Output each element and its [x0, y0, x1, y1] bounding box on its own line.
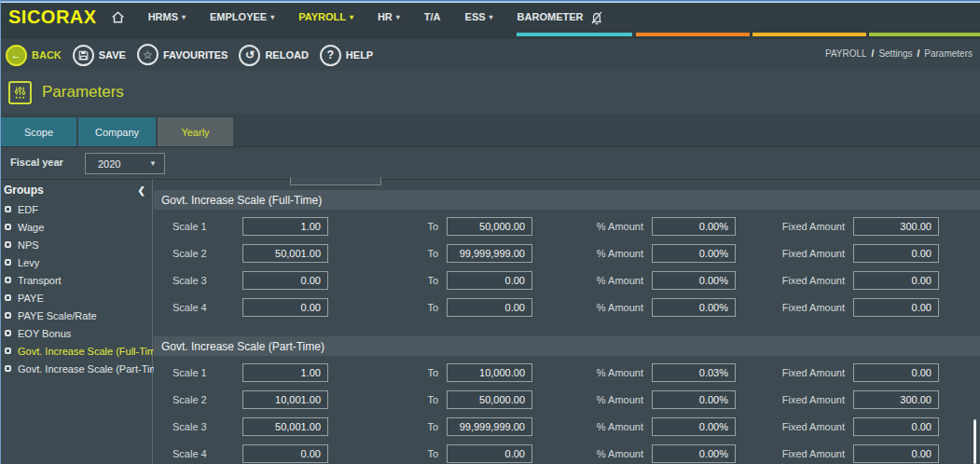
status-bar-strip: [1, 31, 980, 39]
group-item-levy[interactable]: Levy: [1, 253, 152, 271]
group-item-label: Transport: [18, 275, 62, 286]
part-time-rows: Scale 1 To % Amount Fixed Amount Scale 2…: [154, 359, 980, 464]
group-item-paye[interactable]: PAYE: [1, 289, 152, 307]
scale-from-input[interactable]: [242, 417, 328, 436]
percent-amount-label: % Amount: [532, 421, 652, 432]
group-item-eoy-bonus[interactable]: EOY Bonus: [1, 324, 152, 342]
fiscal-year-value: 2020: [98, 158, 149, 170]
fixed-amount-input[interactable]: [853, 244, 939, 263]
scale-to-input[interactable]: [447, 390, 532, 409]
nav-item-ess[interactable]: ESS ▾: [453, 3, 505, 31]
group-item-paye-scale-rate[interactable]: PAYE Scale/Rate: [1, 307, 152, 324]
scale-from-input[interactable]: [242, 271, 328, 290]
scale-from-input[interactable]: [242, 444, 328, 463]
scale-to-input[interactable]: [447, 217, 532, 236]
fixed-amount-input[interactable]: [853, 298, 939, 317]
group-item-nps[interactable]: NPS: [1, 236, 152, 253]
breadcrumb-payroll[interactable]: PAYROLL: [825, 48, 867, 59]
scale-from-input[interactable]: [242, 390, 328, 409]
fixed-amount-label: Fixed Amount: [736, 421, 853, 432]
collapse-chevron-icon[interactable]: ❮: [138, 185, 145, 196]
fixed-amount-input[interactable]: [853, 271, 939, 290]
select-arrow-icon: ▼: [149, 159, 157, 168]
fixed-amount-label: Fixed Amount: [736, 367, 853, 378]
percent-amount-input[interactable]: [652, 298, 736, 317]
scale-label: Scale 2: [173, 394, 242, 405]
tab-scope[interactable]: Scope: [1, 117, 76, 146]
notifications-muted-bell-icon[interactable]: [588, 9, 605, 26]
breadcrumb-settings[interactable]: Settings: [878, 48, 912, 59]
chevron-down-icon: ▾: [396, 13, 400, 21]
group-item-label: PAYE Scale/Rate: [18, 310, 97, 321]
fiscal-year-select[interactable]: 2020 ▼: [85, 153, 165, 174]
nav-item-hr[interactable]: HR ▾: [366, 3, 412, 31]
group-item-govt-increase-scale-full-time[interactable]: Govt. Increase Scale (Full-Time): [1, 342, 152, 360]
scale-from-input[interactable]: [242, 363, 328, 382]
percent-amount-input[interactable]: [652, 417, 736, 436]
square-icon: [5, 348, 11, 354]
nav-item-label: BAROMETER: [518, 11, 584, 22]
group-item-label: Wage: [18, 222, 44, 233]
group-item-label: EDF: [18, 204, 38, 215]
scale-to-input[interactable]: [447, 444, 532, 463]
group-item-edf[interactable]: EDF: [1, 200, 152, 218]
nav-item-payroll[interactable]: PAYROLL ▾: [286, 3, 366, 31]
fixed-amount-input[interactable]: [853, 390, 939, 409]
action-toolbar: ← BACK SAVE ☆ FAVOURITES ↺ RELOAD ? HELP: [1, 39, 980, 71]
group-item-transport[interactable]: Transport: [1, 271, 152, 289]
page-title-bar: Parameters: [1, 71, 980, 114]
scale-to-input[interactable]: [447, 363, 532, 382]
vertical-scrollbar[interactable]: [973, 419, 976, 464]
group-item-wage[interactable]: Wage: [1, 218, 152, 236]
chevron-down-icon: ▾: [182, 13, 186, 21]
scale-label: Scale 1: [173, 221, 242, 232]
nav-item-ta[interactable]: T/A: [412, 3, 453, 31]
scale-from-input[interactable]: [242, 244, 328, 263]
tab-company[interactable]: Company: [78, 117, 156, 146]
scale-to-input[interactable]: [447, 298, 532, 317]
nav-item-label: ESS: [465, 11, 486, 22]
percent-amount-input[interactable]: [652, 217, 736, 236]
fixed-amount-input[interactable]: [853, 417, 939, 436]
back-button[interactable]: ← BACK: [6, 45, 62, 66]
percent-amount-input[interactable]: [652, 271, 736, 290]
tab-yearly[interactable]: Yearly: [158, 117, 233, 146]
group-item-label: Govt. Increase Scale (Part-Time): [18, 363, 167, 375]
favourites-button[interactable]: ☆ FAVOURITES: [137, 45, 228, 65]
percent-amount-label: % Amount: [532, 394, 652, 405]
group-item-govt-increase-scale-part-time[interactable]: Govt. Increase Scale (Part-Time): [1, 360, 152, 377]
scale-from-input[interactable]: [242, 298, 328, 317]
back-label: BACK: [32, 49, 62, 61]
square-icon: [5, 206, 11, 212]
percent-amount-input[interactable]: [652, 444, 736, 463]
scale-label: Scale 1: [173, 367, 242, 378]
scale-label: Scale 2: [173, 248, 242, 259]
full-time-rows: Scale 1 To % Amount Fixed Amount Scale 2…: [154, 212, 980, 321]
reload-icon: ↺: [239, 45, 260, 66]
fixed-amount-input[interactable]: [853, 217, 939, 236]
nav-item-hrms[interactable]: HRMS ▾: [136, 3, 198, 31]
star-icon: ☆: [137, 44, 159, 65]
nav-item-barometer[interactable]: BAROMETER: [505, 3, 596, 31]
breadcrumb-separator: /: [918, 48, 920, 59]
scale-from-input[interactable]: [242, 217, 328, 236]
scale-label: Scale 3: [173, 275, 242, 286]
percent-amount-input[interactable]: [652, 390, 736, 409]
scale-to-input[interactable]: [447, 417, 532, 436]
percent-amount-input[interactable]: [652, 244, 736, 263]
nav-item-employee[interactable]: EMPLOYEE ▾: [198, 3, 286, 31]
scale-to-input[interactable]: [447, 244, 532, 263]
home-icon[interactable]: [110, 8, 127, 25]
save-button[interactable]: SAVE: [73, 45, 126, 66]
scale-to-input[interactable]: [447, 271, 532, 290]
reload-button[interactable]: ↺ RELOAD: [239, 45, 308, 66]
fixed-amount-input[interactable]: [853, 444, 939, 463]
to-label: To: [328, 221, 447, 232]
percent-amount-input[interactable]: [652, 363, 736, 382]
fixed-amount-input[interactable]: [853, 363, 939, 382]
square-icon: [5, 294, 11, 301]
scale-row: Scale 1 To % Amount Fixed Amount: [154, 359, 980, 386]
square-icon: [5, 241, 11, 248]
help-button[interactable]: ? HELP: [320, 45, 373, 66]
nav-item-label: HR: [378, 11, 393, 22]
